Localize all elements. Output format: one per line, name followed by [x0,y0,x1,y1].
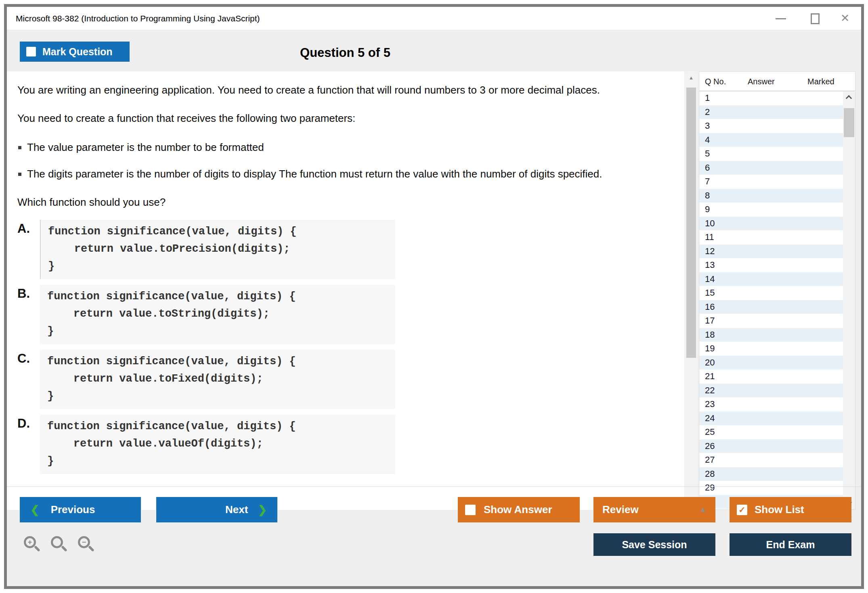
end-exam-label: End Exam [766,539,815,551]
check-icon: ✓ [738,505,746,514]
question-number: 28 [705,469,715,479]
question-list-row[interactable]: 22 [699,384,843,398]
answer-option[interactable]: D. function significance(value, digits) … [17,415,660,474]
window-title: Microsoft 98-382 (Introduction to Progra… [16,7,260,30]
bullet-icon [18,146,21,149]
question-list-row[interactable]: 2 [699,105,843,119]
question-number: 25 [705,427,715,437]
question-number: 21 [705,371,715,382]
question-number: 2 [705,107,710,117]
show-answer-checkbox[interactable] [465,505,476,515]
exam-window: Microsoft 98-382 (Introduction to Progra… [4,4,864,589]
question-list-row[interactable]: 23 [699,397,843,411]
scroll-up-arrow-icon[interactable]: ▲ [685,75,697,81]
review-button[interactable]: Review ▲ [593,497,715,522]
list-scroll-up-icon[interactable] [846,95,852,102]
question-list-row[interactable]: 28 [699,467,843,481]
magnifier-handle [34,545,40,552]
question-list-row[interactable]: 13 [699,258,843,272]
option-code: function significance(value, digits) { r… [40,350,395,409]
question-list-row[interactable]: 8 [699,189,843,203]
question-list-row[interactable]: 19 [699,342,843,356]
chevron-right-icon: ❯ [258,503,267,516]
save-session-label: Save Session [622,539,687,551]
question-number: 12 [705,246,715,257]
previous-button[interactable]: ❮ Previous [20,497,141,522]
question-list-scrollbar-thumb[interactable] [844,108,854,137]
question-list-row[interactable]: 16 [699,300,843,314]
question-number: 17 [705,315,715,326]
question-list-row[interactable]: 5 [699,147,843,161]
maximize-button[interactable] [803,7,827,30]
question-list-row[interactable]: 6 [699,161,843,175]
question-list-row[interactable]: 20 [699,356,843,370]
question-list-row[interactable]: 12 [699,244,843,259]
question-number: 22 [705,385,715,396]
next-label: Next [225,503,248,516]
question-number: 5 [705,148,710,159]
option-code: function significance(value, digits) { r… [40,415,395,474]
minimize-button[interactable] [768,7,793,30]
question-list-row[interactable]: 11 [699,230,843,244]
question-number: 6 [705,163,710,173]
question-number: 18 [705,330,715,340]
question-number: 24 [705,413,715,424]
bullet-text: The value parameter is the number to be … [27,141,264,153]
question-bullet-1: The value parameter is the number to be … [17,140,647,155]
question-counter: Question 5 of 5 [7,46,683,60]
magnifier-handle [61,545,67,552]
close-button[interactable]: ✕ [833,7,857,30]
answer-option[interactable]: C. function significance(value, digits) … [17,350,660,409]
zoom-out-icon[interactable]: − [77,535,97,555]
question-list-row[interactable]: 29 [699,481,843,495]
question-list-row[interactable]: 9 [699,203,843,217]
question-number: 14 [705,274,715,284]
answer-option[interactable]: B. function significance(value, digits) … [17,285,660,344]
show-list-checkbox[interactable]: ✓ [737,505,747,515]
question-list-row[interactable]: 15 [699,286,843,300]
bullet-text: The digits parameter is the number of di… [27,168,602,180]
question-list-row[interactable]: 3 [699,119,843,133]
question-list-row[interactable]: 24 [699,411,843,426]
previous-label: Previous [51,503,95,516]
content-scrollbar[interactable]: ▲ ▼ [685,71,697,510]
question-list-row[interactable]: 7 [699,175,843,189]
question-number: 26 [705,441,715,451]
question-prompt: Which function should you use? [17,195,647,209]
zoom-reset-icon[interactable] [50,535,70,555]
answer-option[interactable]: A. function significance(value, digits) … [17,220,660,279]
question-list-row[interactable]: 18 [699,328,843,342]
question-panel: You are writing an engineering applicati… [7,71,684,510]
question-number: 23 [705,399,715,409]
question-number: 4 [705,135,710,145]
question-list-row[interactable]: 17 [699,314,843,328]
option-letter: C. [17,350,40,366]
question-list-row[interactable]: 27 [699,453,843,467]
question-list-header: Q No. Answer Marked [699,72,855,91]
question-list-row[interactable]: 14 [699,272,843,286]
question-list-row[interactable]: 25 [699,425,843,439]
title-bar: Microsoft 98-382 (Introduction to Progra… [7,7,861,30]
bullet-icon [18,173,21,176]
question-list-row[interactable]: 10 [699,217,843,231]
question-paragraph-2: You need to create a function that recei… [17,111,647,125]
question-paragraph-1: You are writing an engineering applicati… [17,83,647,97]
question-list-row[interactable]: 4 [699,133,843,147]
end-exam-button[interactable]: End Exam [730,533,851,556]
save-session-button[interactable]: Save Session [593,533,715,556]
column-marked: Marked [807,77,834,86]
next-button[interactable]: Next ❯ [156,497,277,522]
question-number: 9 [705,204,710,215]
question-list-scrollbar[interactable] [843,91,855,509]
show-list-button[interactable]: ✓ Show List [730,497,851,522]
show-answer-button[interactable]: Show Answer [458,497,580,522]
option-letter: D. [17,415,40,431]
question-list-row[interactable]: 21 [699,370,843,384]
zoom-in-icon[interactable]: + [23,535,43,555]
question-list-row[interactable]: 1 [699,91,843,105]
question-list-row[interactable]: 26 [699,439,843,453]
question-number: 16 [705,302,715,312]
question-number: 10 [705,218,715,229]
content-scrollbar-thumb[interactable] [686,88,696,358]
show-answer-label: Show Answer [484,503,552,516]
